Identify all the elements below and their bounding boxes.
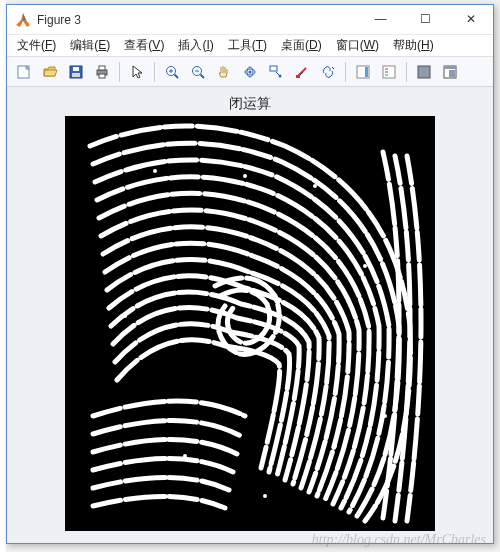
menu-help[interactable]: 帮助(H) (387, 35, 440, 56)
svg-point-37 (123, 314, 127, 318)
toolbar-separator (345, 62, 346, 82)
svg-rect-27 (418, 66, 430, 78)
insert-legend-button[interactable] (377, 60, 401, 84)
zoom-out-button[interactable] (186, 60, 210, 84)
arrow-pointer-icon (129, 64, 145, 80)
new-figure-button[interactable] (12, 60, 36, 84)
new-figure-icon (16, 64, 32, 80)
window-controls: — ☐ ✕ (358, 5, 493, 34)
svg-point-32 (153, 169, 157, 173)
legend-icon (381, 64, 397, 80)
svg-rect-3 (72, 73, 80, 77)
menu-desktop[interactable]: 桌面(D) (275, 35, 328, 56)
svg-point-19 (279, 74, 282, 77)
print-icon (94, 64, 110, 80)
data-cursor-button[interactable] (264, 60, 288, 84)
colorbar-icon (355, 64, 371, 80)
pan-button[interactable] (212, 60, 236, 84)
svg-rect-17 (270, 66, 277, 71)
toolbar-separator (119, 62, 120, 82)
matlab-app-icon (15, 12, 31, 28)
figure-window: Figure 3 — ☐ ✕ 文件(F) 编辑(E) 查看(V) 插入(I) 工… (6, 4, 494, 544)
close-button[interactable]: ✕ (448, 5, 493, 33)
rotate-3d-button[interactable] (238, 60, 262, 84)
zoom-out-icon (190, 64, 206, 80)
svg-rect-23 (383, 66, 395, 78)
menu-insert[interactable]: 插入(I) (172, 35, 219, 56)
svg-point-36 (333, 444, 337, 448)
svg-rect-6 (99, 74, 105, 78)
minimize-button[interactable]: — (358, 5, 403, 33)
data-cursor-icon (268, 64, 284, 80)
print-button[interactable] (90, 60, 114, 84)
svg-rect-20 (296, 75, 300, 78)
save-button[interactable] (64, 60, 88, 84)
menu-window[interactable]: 窗口(W) (330, 35, 385, 56)
fingerprint-image (65, 116, 435, 531)
svg-point-39 (383, 414, 387, 418)
figure-client-area: 闭运算 (7, 87, 493, 543)
zoom-in-icon (164, 64, 180, 80)
svg-point-35 (183, 454, 187, 458)
svg-point-40 (243, 174, 247, 178)
show-plot-tools-button[interactable] (438, 60, 462, 84)
link-button[interactable] (316, 60, 340, 84)
svg-rect-5 (99, 66, 105, 70)
svg-point-34 (363, 264, 367, 268)
svg-rect-22 (365, 67, 368, 77)
open-button[interactable] (38, 60, 62, 84)
menu-view[interactable]: 查看(V) (118, 35, 170, 56)
svg-rect-29 (444, 66, 456, 69)
minimize-icon: — (375, 12, 387, 26)
save-icon (68, 64, 84, 80)
svg-point-38 (263, 494, 267, 498)
titlebar: Figure 3 — ☐ ✕ (7, 5, 493, 35)
open-icon (42, 64, 58, 80)
toolbar (7, 57, 493, 87)
menu-tools[interactable]: 工具(T) (222, 35, 273, 56)
edit-plot-button[interactable] (125, 60, 149, 84)
hide-tools-icon (416, 64, 432, 80)
menu-edit[interactable]: 编辑(E) (64, 35, 116, 56)
svg-rect-2 (73, 67, 79, 71)
axes-title: 闭运算 (229, 95, 271, 113)
zoom-in-button[interactable] (160, 60, 184, 84)
axes-image[interactable] (65, 116, 435, 531)
rotate-3d-icon (242, 64, 258, 80)
menubar: 文件(F) 编辑(E) 查看(V) 插入(I) 工具(T) 桌面(D) 窗口(W… (7, 35, 493, 57)
svg-rect-30 (449, 70, 455, 77)
dock-icon (442, 64, 458, 80)
window-title: Figure 3 (37, 13, 358, 27)
insert-colorbar-button[interactable] (351, 60, 375, 84)
pan-icon (216, 64, 232, 80)
brush-button[interactable] (290, 60, 314, 84)
menu-file[interactable]: 文件(F) (11, 35, 62, 56)
svg-line-8 (175, 74, 179, 78)
maximize-button[interactable]: ☐ (403, 5, 448, 33)
link-icon (320, 64, 336, 80)
toolbar-separator (154, 62, 155, 82)
toolbar-separator (406, 62, 407, 82)
svg-point-16 (249, 70, 252, 73)
hide-plot-tools-button[interactable] (412, 60, 436, 84)
maximize-icon: ☐ (420, 12, 431, 26)
close-icon: ✕ (466, 12, 476, 26)
brush-icon (294, 64, 310, 80)
svg-point-33 (313, 184, 317, 188)
svg-line-12 (201, 74, 205, 78)
